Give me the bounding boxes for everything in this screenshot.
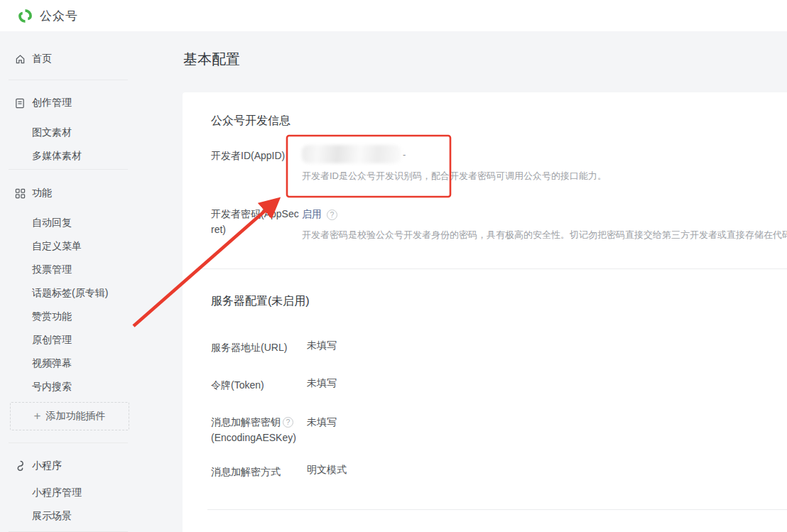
server-url-label: 服务器地址(URL) [211, 340, 287, 355]
miniprogram-icon [14, 460, 26, 472]
sidebar-item-display-scene[interactable]: 展示场景 [32, 509, 163, 523]
sidebar-item-content-management[interactable]: 创作管理 [14, 96, 163, 110]
sidebar-divider [9, 80, 128, 80]
sidebar-item-custom-menu[interactable]: 自定义菜单 [32, 239, 163, 253]
sidebar-item-label: 小程序 [32, 460, 62, 472]
grid-icon [14, 188, 26, 199]
appid-value-hint: - [403, 149, 406, 160]
sidebar-item-topic-tags[interactable]: 话题标签(原专辑) [32, 286, 163, 300]
sidebar-item-article-assets[interactable]: 图文素材 [32, 125, 163, 139]
section-divider [197, 268, 787, 269]
sidebar-item-label: 首页 [32, 53, 52, 65]
sidebar-item-original-management[interactable]: 原创管理 [32, 332, 163, 347]
sidebar-item-miniprogram-management[interactable]: 小程序管理 [32, 485, 163, 499]
sidebar-item-reward-feature[interactable]: 赞赏功能 [32, 309, 163, 323]
sidebar-item-features[interactable]: 功能 [14, 186, 163, 200]
sidebar-divider [9, 169, 128, 170]
server-url-value: 未填写 [307, 340, 337, 352]
help-icon[interactable]: ? [283, 417, 293, 428]
sidebar-item-poll-management[interactable]: 投票管理 [32, 262, 163, 276]
appid-label: 开发者ID(AppID) [211, 148, 285, 163]
sidebar-item-media-assets[interactable]: 多媒体素材 [32, 148, 163, 163]
sidebar-item-home[interactable]: 首页 [14, 52, 163, 66]
aeskey-sublabel: (EncodingAESKey) [211, 430, 296, 445]
appid-description: 开发者ID是公众号开发识别码，配合开发者密码可调用公众号的接口能力。 [302, 170, 607, 183]
section-title-server-config: 服务器配置(未启用) [211, 294, 310, 309]
help-icon[interactable]: ? [327, 210, 337, 220]
sidebar-item-account-search[interactable]: 号内搜索 [32, 379, 163, 393]
encrypt-mode-label: 消息加解密方式 [211, 464, 281, 479]
sidebar-item-label: 功能 [32, 187, 52, 200]
aeskey-label: 消息加解密密钥 [211, 414, 281, 430]
app-title: 公众号 [40, 8, 78, 24]
sidebar-divider [9, 443, 128, 443]
aeskey-value: 未填写 [307, 416, 337, 429]
token-value: 未填写 [307, 377, 337, 390]
encrypt-mode-value: 明文模式 [307, 464, 347, 477]
appid-redacted-value [302, 145, 401, 163]
sidebar-item-video-danmaku[interactable]: 视频弹幕 [32, 356, 163, 370]
wechat-official-account-logo-icon [17, 8, 33, 24]
add-plugin-button[interactable]: + 添加功能插件 [10, 402, 129, 430]
appsecret-label: 开发者密码(AppSecret) [211, 206, 300, 237]
sidebar-item-label: 创作管理 [32, 97, 72, 109]
page-title: 基本配置 [183, 50, 240, 69]
sidebar-item-miniprogram[interactable]: 小程序 [14, 459, 163, 473]
aeskey-label-block: 消息加解密密钥 ? (EncodingAESKey) [211, 414, 296, 445]
sidebar: 首页 创作管理 图文素材 多媒体素材 [0, 31, 163, 532]
home-icon [14, 53, 26, 65]
section-divider [207, 509, 787, 510]
top-header: 公众号 [0, 0, 787, 31]
sidebar-item-auto-reply[interactable]: 自动回复 [32, 215, 163, 229]
plus-icon: + [34, 409, 41, 423]
document-icon [14, 97, 26, 109]
enable-appsecret-link[interactable]: 启用 [302, 208, 322, 221]
section-title-dev-info: 公众号开发信息 [211, 114, 291, 129]
token-label: 令牌(Token) [211, 377, 264, 393]
appsecret-enable-row: 启用 ? [302, 208, 337, 221]
app-root: 公众号 首页 创作管理 图文素材 多媒体素材 [0, 0, 787, 532]
basic-config-card: 公众号开发信息 开发者ID(AppID) - 开发者ID是公众号开发识别码，配合… [183, 92, 787, 532]
appsecret-description: 开发者密码是校验公众号开发者身份的密码，具有极高的安全性。切记勿把密码直接交给第… [302, 229, 787, 241]
add-plugin-label: 添加功能插件 [45, 410, 105, 423]
